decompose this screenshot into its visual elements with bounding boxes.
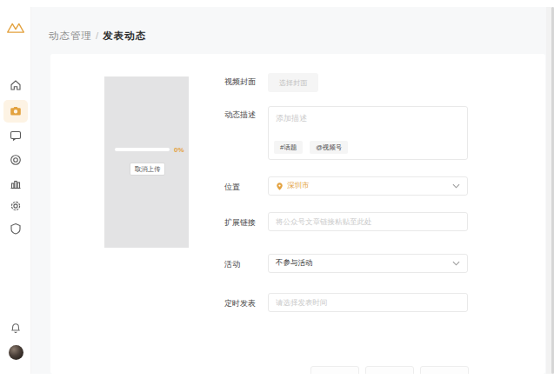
add-topic-button[interactable]: #话题 xyxy=(274,141,303,154)
activity-select[interactable]: 不参与活动 xyxy=(268,254,468,273)
mention-channel-button[interactable]: @视频号 xyxy=(310,141,348,154)
bell-icon xyxy=(10,322,22,334)
comment-icon xyxy=(10,130,22,142)
activity-label: 活动 xyxy=(224,259,240,270)
publish-form-card: 0% 取消上传 视频封面 选择封面 动态描述 #话题 @视频号 位置 xyxy=(50,54,545,374)
record-icon xyxy=(10,154,22,166)
activity-value: 不参与活动 xyxy=(276,258,452,269)
select-cover-button[interactable]: 选择封面 xyxy=(268,73,318,92)
sidebar-item-comments[interactable] xyxy=(10,130,22,142)
link-label: 扩展链接 xyxy=(224,217,256,229)
settings-icon xyxy=(10,200,22,212)
sidebar-item-security[interactable] xyxy=(10,223,22,235)
breadcrumb: 动态管理/发表动态 xyxy=(49,30,146,43)
upload-progress-bar xyxy=(115,148,170,151)
description-box: #话题 @视频号 xyxy=(268,106,468,160)
shield-icon xyxy=(10,223,22,235)
description-tools: #话题 @视频号 xyxy=(274,141,348,154)
location-value: 深圳市 xyxy=(287,181,452,191)
form-actions xyxy=(310,366,469,374)
home-icon xyxy=(10,79,22,91)
upload-progress-label: 0% xyxy=(174,146,184,154)
link-field xyxy=(268,212,468,231)
sidebar-item-home[interactable] xyxy=(10,79,22,91)
cover-label: 视频封面 xyxy=(224,76,256,88)
action-button-3[interactable] xyxy=(420,366,469,374)
description-input[interactable] xyxy=(269,107,467,136)
cancel-upload-button[interactable]: 取消上传 xyxy=(130,163,165,176)
location-pin-icon xyxy=(276,182,284,191)
user-avatar[interactable] xyxy=(9,345,23,360)
sidebar xyxy=(0,7,31,374)
main-area: 动态管理/发表动态 0% 取消上传 视频封面 选择封面 动态描述 #话题 @视频… xyxy=(31,7,554,374)
location-select[interactable]: 深圳市 xyxy=(268,176,468,196)
notifications-button[interactable] xyxy=(10,322,22,334)
location-label: 位置 xyxy=(224,182,240,193)
sidebar-item-live[interactable] xyxy=(10,154,22,166)
schedule-input[interactable] xyxy=(276,298,460,307)
stats-icon xyxy=(10,177,22,189)
link-input[interactable] xyxy=(276,217,460,226)
breadcrumb-section[interactable]: 动态管理 xyxy=(49,30,92,41)
breadcrumb-separator: / xyxy=(96,30,99,41)
sidebar-item-settings[interactable] xyxy=(10,200,22,212)
page-scrollbar[interactable] xyxy=(546,7,554,374)
app-window: 动态管理/发表动态 0% 取消上传 视频封面 选择封面 动态描述 #话题 @视频… xyxy=(0,0,554,392)
chevron-down-icon xyxy=(452,183,460,189)
camera-icon xyxy=(10,105,22,117)
action-button-1[interactable] xyxy=(310,366,359,374)
schedule-label: 定时发表 xyxy=(224,298,256,309)
chevron-down-icon xyxy=(452,261,460,266)
action-button-2[interactable] xyxy=(365,366,414,374)
page-title: 发表动态 xyxy=(103,30,146,41)
schedule-field xyxy=(268,293,468,312)
sidebar-item-statistics[interactable] xyxy=(10,177,22,189)
upload-progress: 0% xyxy=(115,146,189,153)
description-label: 动态描述 xyxy=(224,110,256,121)
sidebar-item-content[interactable] xyxy=(10,105,22,117)
channels-logo xyxy=(6,18,25,37)
video-upload-preview: 0% 取消上传 xyxy=(104,76,189,248)
